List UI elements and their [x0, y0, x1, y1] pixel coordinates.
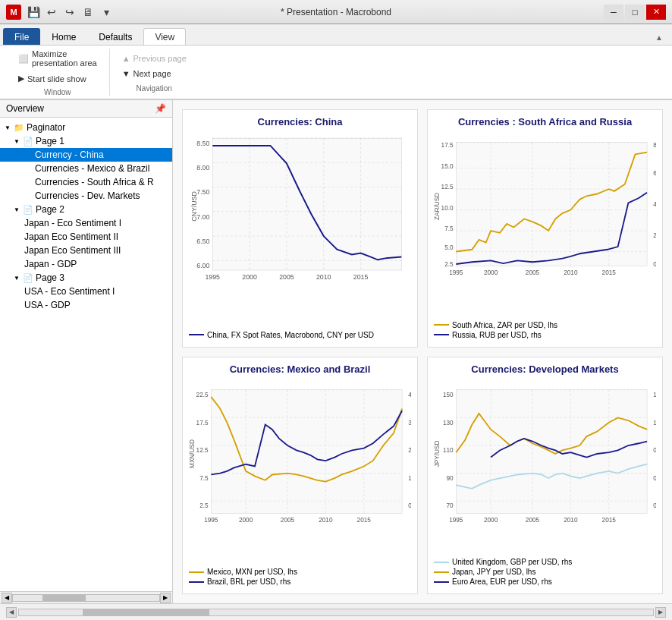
previous-page-button[interactable]: ▲ Previous page — [119, 52, 190, 65]
svg-text:17.5: 17.5 — [441, 142, 454, 149]
tree-item-paginator[interactable]: ▼ 📁 Paginator — [0, 121, 172, 134]
tree-item-japan-eco1[interactable]: Japan - Eco Sentiment I — [0, 216, 172, 230]
expander-icon — [24, 191, 33, 200]
next-arrow-icon: ▼ — [122, 69, 130, 78]
horizontal-scrollbar: ◀ ▶ — [6, 607, 666, 618]
tree-label: Currency - China — [35, 149, 104, 160]
svg-text:12.5: 12.5 — [441, 184, 454, 190]
save-button[interactable]: 💾 — [26, 5, 41, 20]
tree-item-currencies-south-africa[interactable]: Currencies - South Africa & R — [0, 175, 172, 189]
tab-file[interactable]: File — [3, 28, 40, 45]
app-logo: M — [6, 5, 21, 20]
dropdown-button[interactable]: ▾ — [99, 5, 114, 20]
tree-item-usa-eco[interactable]: USA - Eco Sentiment I — [0, 285, 172, 298]
slideshow-icon: ▶ — [18, 74, 24, 83]
maximize-presentation-button[interactable]: ⬜ Maximizepresentation area — [15, 48, 100, 69]
tree-label: Japan - Eco Sentiment I — [24, 218, 121, 228]
tree-item-page1[interactable]: ▼ 📄 Page 1 — [0, 134, 172, 148]
presentation-button[interactable]: 🖥 — [80, 5, 96, 20]
svg-text:2.5: 2.5 — [444, 261, 454, 268]
svg-text:80: 80 — [653, 142, 656, 149]
tree-label: Paginator — [27, 122, 65, 133]
title-bar: M 💾 ↩ ↪ 🖥 ▾ * Presentation - Macrobond ─… — [0, 0, 672, 24]
tree-item-currencies-mexico[interactable]: Currencies - Mexico & Brazil — [0, 162, 172, 175]
scroll-right-btn[interactable]: ▶ — [160, 593, 171, 603]
svg-text:MXN/USD: MXN/USD — [189, 439, 196, 467]
prev-arrow-icon: ▲ — [122, 54, 130, 63]
scroll-left-btn[interactable]: ◀ — [6, 607, 17, 618]
tree-item-japan-gdp[interactable]: Japan - GDP — [0, 257, 172, 271]
minimize-button[interactable]: ─ — [604, 5, 623, 20]
next-page-button[interactable]: ▼ Next page — [119, 68, 190, 80]
svg-text:2000: 2000 — [484, 516, 498, 523]
close-button[interactable]: ✕ — [646, 5, 666, 20]
tree-item-currency-china[interactable]: Currency - China — [0, 148, 172, 162]
content-area: Currencies: China 8.50 8.00 7.50 7.00 6.… — [173, 100, 672, 603]
pin-icon[interactable]: 📌 — [155, 103, 166, 114]
svg-rect-63 — [211, 389, 402, 513]
tree-item-currencies-dev[interactable]: Currencies - Dev. Markets — [0, 189, 172, 203]
page-icon: 📄 — [23, 205, 33, 215]
maximize-button[interactable]: □ — [625, 5, 645, 20]
scroll-left-btn[interactable]: ◀ — [2, 593, 12, 603]
tree-label: Japan Eco Sentiment II — [24, 231, 118, 242]
svg-text:2.5: 2.5 — [408, 447, 411, 454]
svg-text:1995: 1995 — [205, 273, 220, 281]
redo-button[interactable]: ↪ — [62, 5, 77, 20]
svg-text:17.5: 17.5 — [196, 419, 209, 426]
svg-text:2015: 2015 — [602, 269, 617, 276]
svg-text:1.2: 1.2 — [653, 391, 656, 398]
svg-text:6.00: 6.00 — [196, 262, 209, 269]
ribbon-tabs: File Home Defaults View ▲ — [0, 24, 672, 46]
sidebar-header: Overview 📌 — [0, 100, 172, 118]
svg-text:12.5: 12.5 — [196, 447, 209, 454]
start-slideshow-button[interactable]: ▶ Start slide show — [15, 72, 100, 85]
tree-item-japan-eco3[interactable]: Japan Eco Sentiment III — [0, 244, 172, 257]
main-layout: Overview 📌 ▼ 📁 Paginator ▼ 📄 Page 1 Curr… — [0, 100, 672, 603]
svg-text:2.5: 2.5 — [199, 502, 209, 509]
svg-text:22.5: 22.5 — [196, 391, 209, 398]
tab-defaults[interactable]: Defaults — [87, 28, 143, 45]
sidebar-scrollbar[interactable]: ◀ ▶ — [0, 591, 172, 603]
svg-text:1995: 1995 — [449, 516, 463, 523]
ribbon-minimize[interactable]: ▲ — [649, 30, 669, 45]
navigation-group-label: Navigation — [137, 84, 172, 93]
sidebar-tree: ▼ 📁 Paginator ▼ 📄 Page 1 Currency - Chin… — [0, 118, 172, 591]
chart-south-africa-title: Currencies : South Africa and Russia — [434, 116, 656, 127]
svg-text:110: 110 — [443, 447, 454, 454]
undo-button[interactable]: ↩ — [44, 5, 59, 20]
svg-text:130: 130 — [443, 419, 454, 426]
chart-developed-title: Currencies: Developed Markets — [434, 364, 656, 375]
tree-item-page2[interactable]: ▼ 📄 Page 2 — [0, 203, 172, 216]
quick-access-toolbar: 💾 ↩ ↪ 🖥 ▾ — [26, 5, 114, 20]
svg-text:7.50: 7.50 — [196, 188, 209, 196]
chart-mexico-title: Currencies: Mexico and Brazil — [189, 364, 411, 375]
tab-view[interactable]: View — [143, 28, 186, 45]
tree-label: Page 2 — [36, 204, 64, 215]
svg-text:2010: 2010 — [319, 516, 333, 523]
chart-mexico-body: 22.5 17.5 12.5 7.5 2.5 MXN/USD 4.5 3.5 2… — [189, 378, 411, 565]
window-group: ⬜ Maximizepresentation area ▶ Start slid… — [6, 49, 110, 96]
tree-item-page3[interactable]: ▼ 📄 Page 3 — [0, 271, 172, 285]
chart-south-africa-legend: South Africa, ZAR per USD, lhs Russia, R… — [434, 321, 656, 341]
tree-item-japan-eco2[interactable]: Japan Eco Sentiment II — [0, 230, 172, 244]
expander-icon: ▼ — [3, 123, 12, 132]
svg-text:20: 20 — [653, 232, 656, 239]
scroll-track — [12, 594, 160, 602]
tab-home[interactable]: Home — [40, 28, 87, 45]
svg-text:2010: 2010 — [564, 516, 578, 523]
chart-south-africa-body: 17.5 15.0 12.5 10.0 7.5 5.0 2.5 ZAR/USD … — [434, 131, 656, 318]
expander-icon: ▼ — [12, 273, 21, 282]
scroll-right-btn[interactable]: ▶ — [655, 607, 666, 618]
svg-text:ZAR/USD: ZAR/USD — [434, 193, 441, 220]
svg-text:0: 0 — [653, 261, 656, 268]
scroll-thumb — [42, 595, 86, 601]
tree-item-usa-gdp[interactable]: USA - GDP — [0, 298, 172, 312]
tree-label: Currencies - South Africa & R — [35, 177, 154, 187]
svg-text:2000: 2000 — [484, 269, 498, 276]
svg-text:3.5: 3.5 — [408, 419, 411, 426]
chart-china-body: 8.50 8.00 7.50 7.00 6.50 6.00 CNY/USD — [189, 131, 411, 328]
svg-text:2015: 2015 — [357, 516, 372, 523]
sidebar-title: Overview — [6, 103, 44, 114]
status-bar: ◀ ▶ — [0, 603, 672, 620]
